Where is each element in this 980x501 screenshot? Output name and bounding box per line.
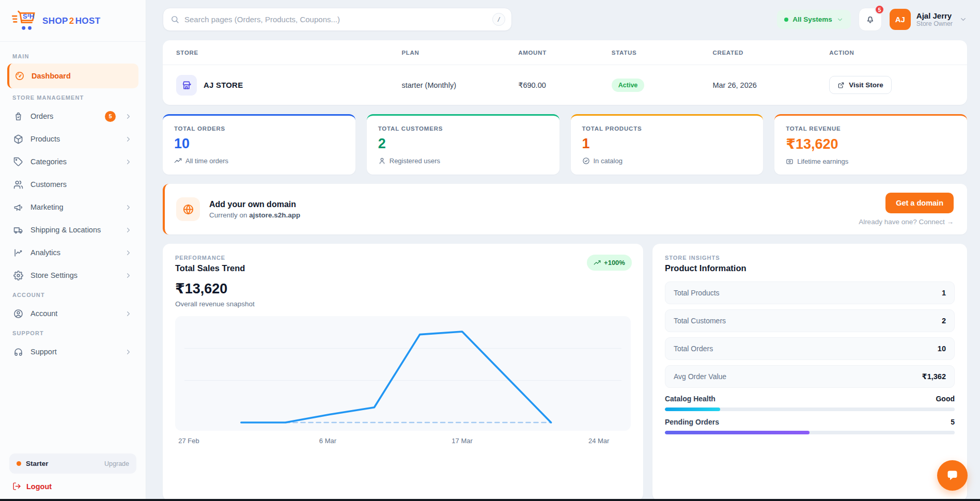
sidebar-footer: Starter Upgrade Logout [0,447,146,501]
gear-icon [13,270,24,280]
insight-label: Avg Order Value [674,372,726,381]
package-icon [13,134,24,144]
domain-banner-title: Add your own domain [209,200,300,209]
catalog-health-meter: Catalog Health Good [665,395,955,411]
notifications-button[interactable]: 5 [859,8,882,31]
sidebar-item-analytics[interactable]: Analytics [7,241,138,264]
chevron-right-icon [125,310,132,318]
domain-banner-subtitle: Currently on ajstore.s2h.app [209,211,300,219]
sidebar-item-customers[interactable]: Customers [7,173,138,196]
sidebar-item-support[interactable]: Support [7,340,138,363]
search-bar: / [163,8,512,31]
check-circle-icon [582,157,590,165]
performance-title: Total Sales Trend [175,263,631,273]
user-circle-icon [13,308,24,319]
headset-icon [13,347,24,357]
person-icon [378,157,386,165]
store-amount: ₹690.00 [518,81,612,89]
stat-caption-row: All time orders [174,157,344,165]
sidebar: S²H SHOP2HOST MAIN Dashboard STORE MANAG… [0,0,146,501]
gauge-icon [14,71,25,81]
stat-caption-row: Lifetime earnings [786,158,956,165]
sidebar-item-marketing[interactable]: Marketing [7,196,138,218]
stat-value: 10 [174,136,344,152]
brand-logo[interactable]: S²H SHOP2HOST [0,0,146,42]
trend-badge: +100% [587,255,632,271]
sidebar-item-categories[interactable]: Categories [7,150,138,173]
truck-icon [13,225,24,235]
orders-count-badge: 5 [105,111,116,122]
system-status-dropdown[interactable]: All Systems [777,10,851,29]
sidebar-item-account[interactable]: Account [7,302,138,325]
insight-label: Total Products [674,289,720,297]
chat-widget-button[interactable] [937,460,968,491]
bottom-edge-bar [0,499,980,501]
sidebar-item-label: Customers [30,180,132,189]
search-input[interactable] [184,15,487,24]
sidebar-item-orders[interactable]: Orders 5 [7,105,138,128]
sidebar-item-shipping-locations[interactable]: Shipping & Locations [7,218,138,241]
logout-button[interactable]: Logout [9,480,136,493]
chat-bubble-icon [945,468,959,482]
stat-caption-row: In catalog [582,157,752,165]
store-plan: starter (Monthly) [401,81,518,89]
upgrade-link[interactable]: Upgrade [104,460,129,467]
sidebar-item-label: Orders [30,112,98,120]
megaphone-icon [13,202,24,212]
sidebar-item-label: Account [30,309,118,318]
tag-icon [13,156,24,167]
avatar: AJ [890,9,911,30]
stat-caption-row: Registered users [378,157,548,165]
logout-label: Logout [26,482,52,491]
progress-track [665,408,955,411]
list-item: Total Products 1 [665,281,955,304]
sales-trend-chart [175,316,631,431]
sidebar-item-label: Marketing [30,203,118,211]
search-icon [170,15,179,24]
stat-value: 1 [582,136,752,152]
stat-card-total-products: TOTAL PRODUCTS 1 In catalog [571,114,764,175]
sidebar-item-products[interactable]: Products [7,128,138,150]
pending-orders-meter: Pending Orders 5 [665,418,955,434]
get-domain-button[interactable]: Get a domain [885,193,954,213]
list-item: Total Orders 10 [665,337,955,360]
sidebar-item-dashboard[interactable]: Dashboard [7,64,138,88]
insight-value: 2 [942,317,946,325]
table-row: AJ STORE starter (Monthly) ₹690.00 Activ… [163,65,967,105]
stat-caption: Lifetime earnings [797,158,848,165]
x-axis-tick: 27 Feb [178,437,199,445]
x-axis-tick: 24 Mar [588,437,609,445]
chevron-right-icon [125,226,132,234]
chevron-right-icon [125,113,132,120]
connect-domain-link[interactable]: Already have one? Connect → [859,218,954,226]
search-shortcut-badge: / [492,13,505,26]
store-insights-card: STORE INSIGHTS Product Information Total… [652,244,967,501]
performance-card: PERFORMANCE Total Sales Trend +100% ₹13,… [163,244,643,501]
main-content: / All Systems 5 AJ Ajal Jerry Store Owne… [146,0,980,501]
trending-up-icon [174,157,182,165]
chevron-right-icon [125,158,132,166]
progress-track [665,431,955,434]
stats-row: TOTAL ORDERS 10 All time orders TOTAL CU… [163,114,967,175]
storefront-icon [176,75,197,96]
sidebar-item-label: Store Settings [30,271,118,279]
insight-value: ₹1,362 [922,372,946,381]
stat-caption: In catalog [594,157,623,165]
meter-value: 5 [951,418,955,426]
column-header-action: ACTION [829,50,954,56]
sidebar-item-store-settings[interactable]: Store Settings [7,264,138,287]
store-name: AJ STORE [204,81,243,89]
chevron-right-icon [125,249,132,257]
chevron-right-icon [125,203,132,211]
insight-value: 1 [942,289,946,297]
user-menu[interactable]: AJ Ajal Jerry Store Owner [890,9,967,30]
stat-value: 2 [378,136,548,152]
nav-section-account: ACCOUNT [7,287,138,302]
store-name-cell: AJ STORE [176,75,401,96]
stat-title: TOTAL REVENUE [786,126,956,132]
svg-text:S²H: S²H [23,12,34,20]
store-table-header: STORE PLAN AMOUNT STATUS CREATED ACTION [163,40,967,65]
bottom-panels: PERFORMANCE Total Sales Trend +100% ₹13,… [163,244,967,501]
meter-value: Good [936,395,955,403]
visit-store-button[interactable]: Visit Store [829,76,892,94]
